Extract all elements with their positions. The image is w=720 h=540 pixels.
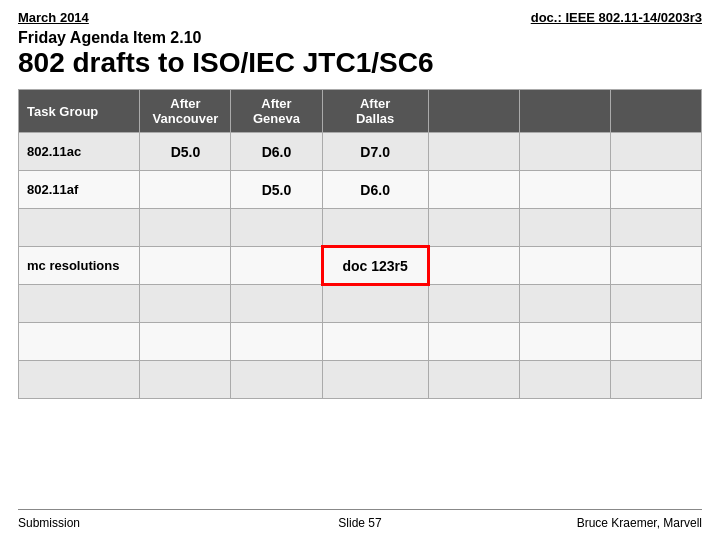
cell-task: mc resolutions [19, 247, 140, 285]
footer: Submission Slide 57 Bruce Kraemer, Marve… [18, 509, 702, 530]
cell-dallas [322, 285, 428, 323]
cell-dallas [322, 209, 428, 247]
table-row [19, 209, 702, 247]
footer-right: Bruce Kraemer, Marvell [474, 516, 702, 530]
cell-task [19, 323, 140, 361]
cell-geneva [231, 323, 322, 361]
cell-col6 [519, 209, 610, 247]
cell-col7 [610, 133, 701, 171]
cell-vancouver [140, 247, 231, 285]
footer-left: Submission [18, 516, 246, 530]
cell-dallas: D6.0 [322, 171, 428, 209]
cell-col6 [519, 323, 610, 361]
table-row: 802.11afD5.0D6.0 [19, 171, 702, 209]
cell-task: 802.11ac [19, 133, 140, 171]
col-header-dallas: AfterDallas [322, 90, 428, 133]
cell-col7 [610, 209, 701, 247]
cell-vancouver [140, 171, 231, 209]
col-header-vancouver: AfterVancouver [140, 90, 231, 133]
cell-vancouver [140, 323, 231, 361]
table-row: mc resolutionsdoc 123r5 [19, 247, 702, 285]
col-header-7 [610, 90, 701, 133]
cell-dallas: D7.0 [322, 133, 428, 171]
cell-col5 [428, 247, 519, 285]
cell-col5 [428, 323, 519, 361]
cell-task [19, 209, 140, 247]
col-header-5 [428, 90, 519, 133]
cell-col5 [428, 361, 519, 399]
table-row [19, 285, 702, 323]
cell-vancouver [140, 285, 231, 323]
cell-col5 [428, 209, 519, 247]
cell-geneva [231, 247, 322, 285]
cell-col7 [610, 247, 701, 285]
col-header-geneva: AfterGeneva [231, 90, 322, 133]
title-block: Friday Agenda Item 2.10 802 drafts to IS… [18, 29, 702, 79]
cell-vancouver [140, 361, 231, 399]
cell-geneva [231, 209, 322, 247]
cell-col7 [610, 361, 701, 399]
cell-col6 [519, 133, 610, 171]
cell-dallas [322, 323, 428, 361]
cell-col6 [519, 171, 610, 209]
cell-geneva [231, 361, 322, 399]
table-row [19, 323, 702, 361]
cell-col6 [519, 247, 610, 285]
cell-col6 [519, 285, 610, 323]
main-table: Task Group AfterVancouver AfterGeneva Af… [18, 89, 702, 399]
title-line1: Friday Agenda Item 2.10 [18, 29, 702, 47]
cell-vancouver: D5.0 [140, 133, 231, 171]
cell-dallas: doc 123r5 [322, 247, 428, 285]
cell-col7 [610, 285, 701, 323]
month-label: March 2014 [18, 10, 89, 25]
table-row [19, 361, 702, 399]
cell-task [19, 285, 140, 323]
cell-dallas [322, 361, 428, 399]
doc-ref-label: doc.: IEEE 802.11-14/0203r3 [531, 10, 702, 25]
header: March 2014 doc.: IEEE 802.11-14/0203r3 [18, 10, 702, 25]
table-header-row: Task Group AfterVancouver AfterGeneva Af… [19, 90, 702, 133]
cell-vancouver [140, 209, 231, 247]
cell-col6 [519, 361, 610, 399]
cell-col7 [610, 171, 701, 209]
footer-center: Slide 57 [246, 516, 474, 530]
cell-geneva [231, 285, 322, 323]
main-table-container: Task Group AfterVancouver AfterGeneva Af… [18, 89, 702, 501]
title-line2: 802 drafts to ISO/IEC JTC1/SC6 [18, 47, 702, 79]
table-row: 802.11acD5.0D6.0D7.0 [19, 133, 702, 171]
cell-col5 [428, 285, 519, 323]
cell-geneva: D6.0 [231, 133, 322, 171]
col-header-6 [519, 90, 610, 133]
cell-col5 [428, 133, 519, 171]
cell-geneva: D5.0 [231, 171, 322, 209]
col-header-task: Task Group [19, 90, 140, 133]
cell-task [19, 361, 140, 399]
page: March 2014 doc.: IEEE 802.11-14/0203r3 F… [0, 0, 720, 540]
cell-task: 802.11af [19, 171, 140, 209]
cell-col5 [428, 171, 519, 209]
cell-col7 [610, 323, 701, 361]
